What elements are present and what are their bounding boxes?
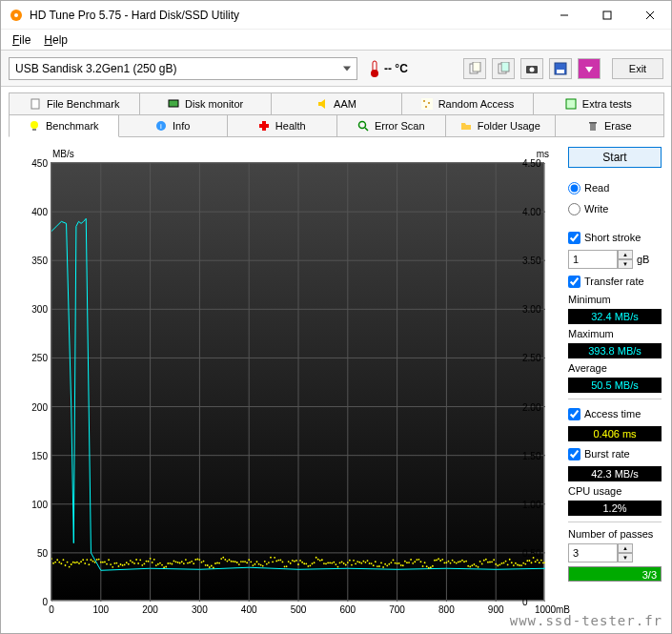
exit-button[interactable]: Exit — [612, 58, 663, 79]
svg-point-193 — [325, 562, 327, 564]
tab-aam[interactable]: AAM — [271, 92, 402, 115]
screenshot-button[interactable] — [520, 58, 543, 79]
svg-point-202 — [343, 562, 345, 564]
tab-disk-monitor[interactable]: Disk monitor — [139, 92, 271, 115]
svg-point-88 — [118, 565, 120, 567]
svg-rect-15 — [557, 70, 564, 73]
short-stroke-spinner[interactable]: ▲▼ — [568, 250, 633, 269]
spinner-down[interactable]: ▼ — [618, 553, 633, 562]
svg-point-302 — [540, 560, 542, 562]
trash-icon — [587, 120, 599, 132]
speaker-icon — [316, 98, 328, 110]
svg-point-145 — [231, 561, 233, 562]
minimize-button[interactable] — [542, 1, 585, 29]
svg-point-265 — [467, 565, 469, 567]
save-button[interactable] — [549, 58, 572, 79]
svg-point-131 — [203, 561, 205, 562]
spinner-down[interactable]: ▼ — [618, 259, 633, 269]
svg-point-169 — [277, 560, 279, 562]
svg-point-150 — [240, 561, 242, 562]
svg-point-69 — [80, 561, 82, 562]
svg-point-221 — [380, 562, 382, 563]
watermark: www.ssd-tester.fr — [510, 613, 662, 628]
short-stroke-input[interactable] — [568, 250, 618, 269]
tabs-container: File Benchmark Disk monitor AAM Random A… — [1, 87, 671, 141]
menubar: File Help — [1, 30, 671, 51]
write-radio[interactable] — [568, 203, 580, 215]
svg-point-267 — [471, 564, 473, 566]
svg-point-81 — [104, 562, 106, 563]
svg-point-89 — [120, 563, 122, 565]
svg-point-57 — [56, 559, 58, 561]
access-time-checkbox[interactable] — [568, 408, 580, 420]
svg-point-249 — [436, 560, 438, 562]
passes-input[interactable] — [568, 543, 618, 562]
svg-point-67 — [76, 562, 78, 563]
copy-screenshot-button[interactable] — [492, 58, 515, 79]
svg-point-116 — [173, 561, 175, 562]
svg-point-124 — [189, 562, 191, 563]
tab-error-scan[interactable]: Error Scan — [336, 114, 447, 137]
options-button[interactable] — [578, 58, 601, 79]
svg-point-162 — [264, 561, 266, 562]
random-icon — [421, 98, 433, 110]
burst-rate-checkbox[interactable] — [568, 448, 580, 460]
spinner-up[interactable]: ▲ — [618, 543, 633, 553]
transfer-rate-label: Transfer rate — [584, 276, 644, 287]
transfer-rate-checkbox[interactable] — [568, 276, 580, 288]
copy-info-button[interactable] — [463, 58, 486, 79]
passes-label: Number of passes — [568, 528, 662, 540]
tab-benchmark[interactable]: Benchmark — [9, 114, 119, 137]
burst-rate-label: Burst rate — [584, 448, 630, 460]
maximize-button[interactable] — [585, 1, 628, 29]
svg-point-225 — [388, 563, 390, 565]
svg-point-119 — [179, 562, 181, 564]
svg-point-292 — [520, 564, 522, 566]
svg-point-137 — [214, 562, 216, 564]
tab-extra-tests[interactable]: Extra tests — [533, 92, 664, 115]
short-stroke-checkbox[interactable] — [568, 232, 580, 244]
start-button[interactable]: Start — [568, 147, 662, 168]
svg-point-190 — [319, 560, 321, 562]
svg-point-300 — [537, 560, 539, 562]
svg-point-212 — [362, 561, 364, 562]
temperature-value: -- °C — [384, 62, 408, 75]
close-button[interactable] — [628, 1, 671, 29]
tab-random-access[interactable]: Random Access — [401, 92, 533, 115]
svg-point-156 — [252, 564, 254, 566]
svg-point-94 — [130, 560, 132, 562]
tab-folder-usage[interactable]: Folder Usage — [445, 114, 556, 137]
svg-point-301 — [539, 562, 540, 563]
svg-point-147 — [234, 561, 236, 562]
titlebar[interactable]: HD Tune Pro 5.75 - Hard Disk/SSD Utility — [1, 1, 671, 30]
read-radio[interactable] — [568, 182, 580, 194]
spinner-up[interactable]: ▲ — [618, 250, 633, 259]
svg-point-272 — [481, 562, 483, 564]
svg-point-112 — [165, 566, 167, 568]
tab-erase[interactable]: Erase — [555, 114, 665, 137]
svg-point-111 — [163, 566, 165, 568]
svg-point-233 — [404, 561, 406, 562]
menu-help[interactable]: Help — [38, 31, 73, 49]
svg-point-288 — [513, 564, 515, 566]
folder-icon — [460, 120, 472, 132]
device-select[interactable]: USB Sandisk 3.2Gen1 (250 gB) — [9, 57, 357, 80]
svg-point-86 — [113, 562, 115, 564]
svg-point-97 — [135, 559, 137, 561]
svg-point-239 — [416, 559, 417, 561]
tab-info[interactable]: iInfo — [118, 114, 229, 137]
svg-point-177 — [294, 561, 295, 562]
svg-rect-22 — [566, 99, 576, 109]
passes-spinner[interactable]: ▲▼ — [568, 543, 662, 562]
info-icon: i — [155, 120, 167, 132]
svg-point-258 — [454, 562, 456, 563]
svg-point-245 — [428, 567, 430, 569]
tab-health[interactable]: Health — [227, 114, 337, 137]
svg-point-222 — [382, 566, 384, 568]
tab-file-benchmark[interactable]: File Benchmark — [9, 92, 140, 115]
svg-point-238 — [414, 561, 416, 562]
menu-file[interactable]: File — [7, 31, 36, 49]
svg-point-280 — [497, 564, 499, 566]
svg-point-108 — [157, 563, 159, 565]
svg-point-87 — [115, 562, 117, 564]
